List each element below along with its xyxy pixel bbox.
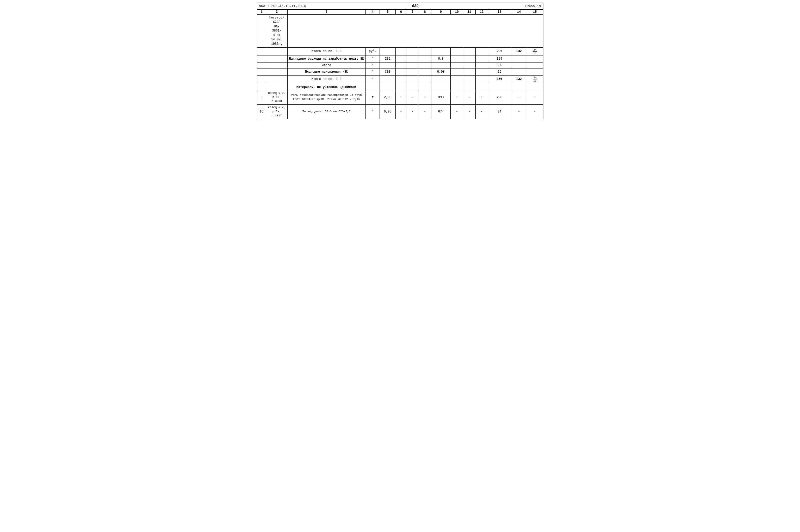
nakladnye-col11 [463,55,476,62]
itogo1-col15: 34 I8 [527,48,543,55]
materialy-col10 [451,83,463,90]
table-row-10: IO ССРСЦ ч.У, р.Iх, п.33I7 То же, диам. … [257,104,543,119]
col-header-7: 7 [406,10,419,15]
row9-col3: Узлы технологических газопроводов из тру… [287,90,366,104]
gosstroi-text: Госстрой СССР ВА- 3861- 4 от 14.07. 1983… [269,16,284,46]
itogo1-col8 [418,48,431,55]
itogo2-col13: 330 [488,62,511,68]
planovye-col10 [451,68,463,75]
materialy-col3: Материалы, не учтенные ценником: [287,83,366,90]
itogo3-col1 [257,75,266,83]
row9-col11: - [463,90,476,104]
itogo3-col4: " [366,75,379,83]
col-header-9: 9 [431,10,451,15]
header-right: 19466-19 [525,4,541,8]
itogo2-col14 [511,62,527,68]
nakladnye-row: Накладные расходы на заработную плату 8%… [257,55,543,62]
row9-col8: - [418,90,431,104]
row9-col9: 393 [431,90,451,104]
itogo3-col11 [463,75,476,83]
planovye-col7 [406,68,419,75]
itogo3-col9 [431,75,451,83]
gosstroi-col2: Госстрой СССР ВА- 3861- 4 от 14.07. 1983… [266,15,287,48]
materialy-col8 [418,83,431,90]
itogo3-col3: Итого по пп. I-8 [287,75,366,83]
materialy-col13 [488,83,511,90]
itogo1-col11 [463,48,476,55]
itogo2-col4: " [366,62,379,68]
row9-col4: т [366,90,379,104]
nakladnye-col2 [266,55,287,62]
row10-col2: ССРСЦ ч.У, р.Iх, п.33I7 [266,104,287,119]
itogo1-col10 [451,48,463,55]
itogo2-col2 [266,62,287,68]
itogo3-col5 [380,75,396,83]
row9-col14: - [511,90,527,104]
materialy-col15 [527,83,543,90]
itogo2-col5 [380,62,396,68]
materialy-col4 [366,83,379,90]
itogo3-row: Итого по пп. I-8 " 356 I32 [257,75,543,83]
planovye-col1 [257,68,266,75]
nakladnye-col12 [476,55,488,62]
row9-col13: 798 [488,90,511,104]
col-header-15: 15 [527,10,543,15]
itogo2-col6 [396,62,406,68]
col-header-11: 11 [463,10,476,15]
row10-col14: - [511,104,527,119]
itogo1-col3: Итого по пп. I-8 [287,48,366,55]
itogo1-col6 [396,48,406,55]
itogo3-col8 [418,75,431,83]
nakladnye-col1 [257,55,266,62]
itogo2-col11 [463,62,476,68]
col-header-10: 10 [451,10,463,15]
materialy-col1 [257,83,266,90]
itogo2-row: Итого " 330 [257,62,543,68]
itogo1-col2 [266,48,287,55]
col-header-12: 12 [476,10,488,15]
itogo3-col14: I32 [511,75,527,83]
gosstroi-col1 [257,15,266,48]
itogo3-col6 [396,75,406,83]
itogo1-col14: I32 [511,48,527,55]
nakladnye-col8 [418,55,431,62]
planovye-col13: 26 [488,68,511,75]
itogo2-col3: Итого [287,62,366,68]
itogo3-col10 [451,75,463,83]
row10-col4: " [366,104,379,119]
itogo1-col1 [257,48,266,55]
col-header-13: 13 [488,10,511,15]
nakladnye-col6 [396,55,406,62]
col-header-3: 3 [287,10,366,15]
gosstroi-col3-rest [287,15,543,48]
materialy-row: Материалы, не учтенные ценником: [257,83,543,90]
materialy-col9 [431,83,451,90]
itogo2-col1 [257,62,266,68]
materialy-col7 [406,83,419,90]
row10-col13: 34 [488,104,511,119]
nakladnye-col14 [511,55,527,62]
planovye-col2 [266,68,287,75]
itogo1-col4: руб. [366,48,379,55]
planovye-col3: Плановые накопления -8% [287,68,366,75]
planovye-row: Плановые накопления -8% " 330 0,08 [257,68,543,75]
itogo2-col15 [527,62,543,68]
itogo3-col12 [476,75,488,83]
itogo1-col9 [431,48,451,55]
itogo3-fraction: 34 I8 [533,76,537,82]
row9-col1: 9 [257,90,266,104]
planovye-col4: " [366,68,379,75]
nakladnye-col5: I32 [380,55,396,62]
header-left: 903-I-203.Ал.I3.II,кн.4 [259,4,306,8]
header-center: — 689 — [408,4,423,8]
row10-col12: - [476,104,488,119]
row10-col5: 0,05 [380,104,396,119]
col-header-8: 8 [418,10,431,15]
nakladnye-col4: " [366,55,379,62]
materialy-col2 [266,83,287,90]
nakladnye-col7 [406,55,419,62]
row9-col7: - [406,90,419,104]
row9-col10: - [451,90,463,104]
planovye-col11 [463,68,476,75]
itogo2-col9 [431,62,451,68]
